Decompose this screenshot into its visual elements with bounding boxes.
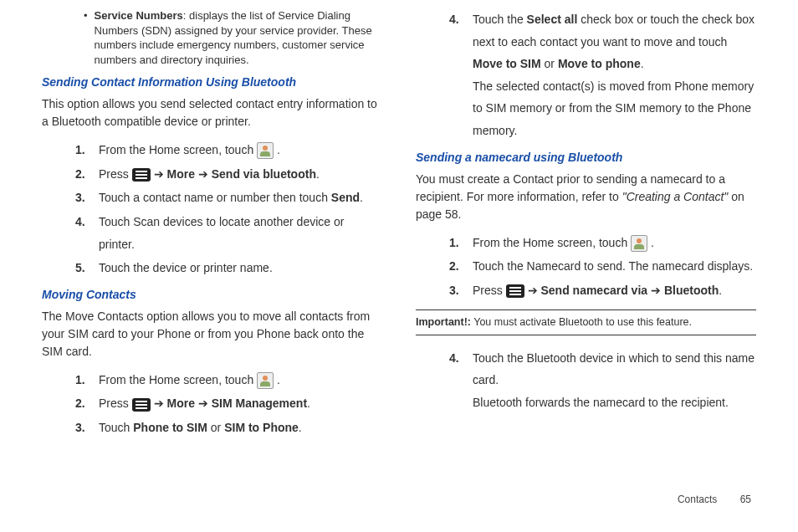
step-text: Touch the Namecard to send. The namecard… (473, 255, 753, 278)
para-sending-namecard-bt: You must create a Contact prior to sendi… (416, 171, 756, 223)
step-number: 3. (75, 417, 99, 439)
bullet-text: Service Numbers: displays the list of Se… (95, 8, 382, 67)
steps-moving-contacts: 1.From the Home screen, touch .2.Press ➔… (75, 369, 382, 439)
step-text: From the Home screen, touch . (473, 232, 654, 254)
left-column: • Service Numbers: displays the list of … (42, 8, 399, 494)
step-item: 3.Press ➔ Send namecard via ➔ Bluetooth. (449, 279, 756, 302)
steps-sending-namecard-bt: 1.From the Home screen, touch .2.Touch t… (449, 232, 756, 302)
step-item: 1.From the Home screen, touch . (75, 369, 382, 391)
steps-moving-contacts-cont: 4. Touch the Select all check box or tou… (449, 8, 756, 142)
step-text: From the Home screen, touch . (99, 369, 280, 391)
footer-page-number: 65 (740, 494, 751, 505)
step-item: 2.Press ➔ More ➔ Send via bluetooth. (75, 163, 382, 186)
step-number: 2. (75, 392, 99, 415)
step-text: Press ➔ Send namecard via ➔ Bluetooth. (473, 279, 722, 302)
step-after: Bluetooth forwards the namecard to the r… (473, 396, 729, 409)
important-note: Important!: You must activate Bluetooth … (416, 309, 756, 335)
menu-icon (132, 398, 151, 412)
heading-moving-contacts: Moving Contacts (42, 288, 382, 301)
bullet-service-numbers: • Service Numbers: displays the list of … (84, 8, 382, 67)
step-item: 4. Touch the Select all check box or tou… (449, 8, 756, 142)
step-number: 3. (449, 279, 473, 302)
contact-icon (257, 142, 274, 159)
step-number: 3. (75, 187, 99, 209)
step-text: Touch Phone to SIM or SIM to Phone. (99, 417, 302, 439)
step-text: Press ➔ More ➔ Send via bluetooth. (99, 163, 320, 186)
step-number: 2. (75, 163, 99, 186)
step-text: Touch the Select all check box or touch … (473, 8, 756, 142)
step-item: 1.From the Home screen, touch . (449, 232, 756, 254)
step-number: 4. (449, 347, 473, 370)
step-number: 4. (75, 211, 99, 233)
para-sending-contact-bt: This option allows you send selected con… (42, 95, 382, 130)
step-number: 1. (449, 232, 473, 254)
step-item: 1.From the Home screen, touch . (75, 139, 382, 161)
step-item: 2.Press ➔ More ➔ SIM Management. (75, 392, 382, 415)
steps-sending-namecard-bt-cont: 4.Touch the Bluetooth device in which to… (449, 347, 756, 414)
step-main: Touch the Select all check box or touch … (473, 13, 755, 70)
step-number: 2. (449, 255, 473, 278)
note-text: You must activate Bluetooth to use this … (471, 316, 692, 328)
step-text: Touch the device or printer name. (99, 257, 273, 279)
step-text: Press ➔ More ➔ SIM Management. (99, 392, 310, 415)
step-text: Touch Scan devices to locate another dev… (99, 211, 382, 255)
step-after: The selected contact(s) is moved from Ph… (473, 79, 754, 137)
right-column: 4. Touch the Select all check box or tou… (399, 8, 756, 494)
bullet-label: Service Numbers (95, 9, 183, 22)
step-item: 4.Touch Scan devices to locate another d… (75, 211, 382, 255)
heading-sending-namecard-bt: Sending a namecard using Bluetooth (416, 151, 756, 164)
step-number: 1. (75, 369, 99, 391)
heading-sending-contact-bt: Sending Contact Information Using Blueto… (42, 75, 382, 89)
step-item: 4.Touch the Bluetooth device in which to… (449, 347, 756, 414)
page-columns: • Service Numbers: displays the list of … (0, 0, 798, 494)
footer-section: Contacts (678, 494, 717, 505)
bullet-dot: • (84, 8, 88, 67)
contact-icon (631, 235, 647, 252)
steps-sending-contact-bt: 1.From the Home screen, touch .2.Press ➔… (75, 139, 382, 279)
step-item: 3.Touch Phone to SIM or SIM to Phone. (75, 417, 382, 439)
step-text: Touch the Bluetooth device in which to s… (473, 347, 756, 414)
step-number: 1. (75, 139, 99, 161)
para-ref: "Creating a Contact" (622, 190, 729, 203)
para-moving-contacts: The Move Contacts option allows you to m… (42, 308, 382, 361)
menu-icon (132, 168, 151, 182)
step-number: 4. (449, 8, 473, 31)
note-label: Important!: (416, 316, 471, 328)
step-item: 5.Touch the device or printer name. (75, 257, 382, 279)
menu-icon (506, 284, 524, 298)
step-item: 2.Touch the Namecard to send. The nameca… (449, 255, 756, 278)
step-item: 3.Touch a contact name or number then to… (75, 187, 382, 209)
contact-icon (257, 372, 274, 389)
step-number: 5. (75, 257, 99, 279)
step-text: Touch a contact name or number then touc… (99, 187, 363, 209)
step-text: From the Home screen, touch . (99, 139, 280, 161)
page-footer: Contacts 65 (0, 494, 798, 514)
